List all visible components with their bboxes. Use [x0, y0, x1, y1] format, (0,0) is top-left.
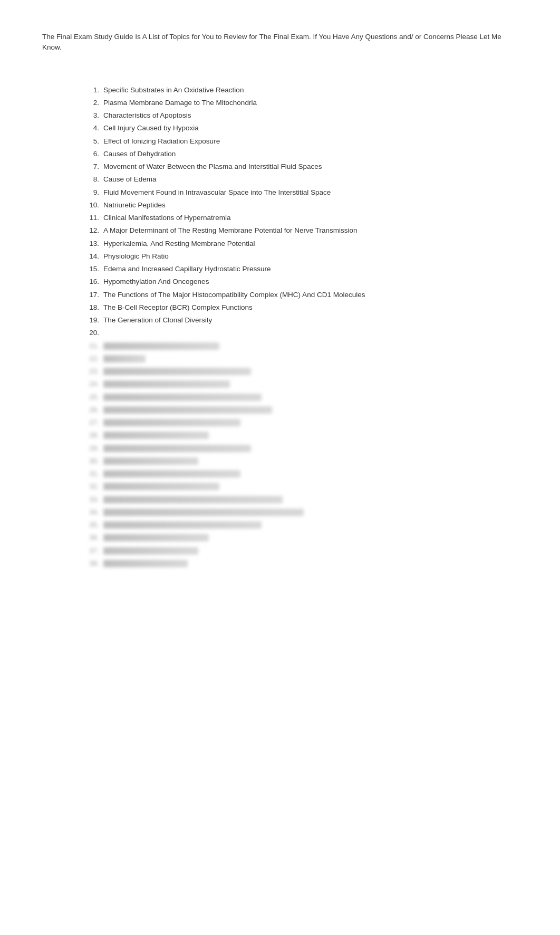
list-item: 16.Hypomethylation And Oncogenes — [84, 276, 518, 287]
blurred-text-bar — [103, 406, 272, 414]
list-item: 2.Plasma Membrane Damage to The Mitochon… — [84, 98, 518, 108]
list-item-blurred: 21. — [84, 341, 518, 351]
blurred-text-bar — [103, 419, 240, 426]
list-item-blurred: 32. — [84, 481, 518, 492]
list-item-text: Physiologic Ph Ratio — [103, 251, 518, 262]
list-item: 1.Specific Substrates in An Oxidative Re… — [84, 85, 518, 96]
list-item-number: 3. — [84, 110, 103, 121]
blurred-text-bar — [103, 534, 209, 541]
list-item-text: Effect of Ionizing Radiation Exposure — [103, 136, 518, 147]
list-item-number-blurred: 22. — [84, 354, 103, 364]
list-item-number-blurred: 37. — [84, 546, 103, 556]
list-item-text — [103, 328, 518, 338]
list-item-blurred: 23. — [84, 366, 518, 377]
list-item-text: The Functions of The Major Histocompatib… — [103, 290, 518, 300]
blurred-text-bar — [103, 470, 240, 478]
study-guide-list: 1.Specific Substrates in An Oxidative Re… — [84, 85, 518, 569]
intro-paragraph: The Final Exam Study Guide Is A List of … — [42, 32, 518, 53]
list-item-text: The Generation of Clonal Diversity — [103, 315, 518, 326]
list-item: 18.The B-Cell Receptor (BCR) Complex Fun… — [84, 302, 518, 313]
list-item-blurred: 31. — [84, 469, 518, 479]
list-item: 7.Movement of Water Between the Plasma a… — [84, 161, 518, 172]
list-item-number-blurred: 38. — [84, 558, 103, 569]
list-item: 4.Cell Injury Caused by Hypoxia — [84, 123, 518, 133]
list-item-number-blurred: 28. — [84, 430, 103, 441]
blurred-text-bar — [103, 521, 262, 529]
list-item-number-blurred: 31. — [84, 469, 103, 479]
list-item-number-blurred: 24. — [84, 379, 103, 389]
list-item-blurred: 30. — [84, 456, 518, 466]
list-item-text: Movement of Water Between the Plasma and… — [103, 161, 518, 172]
list-item-number: 2. — [84, 98, 103, 108]
blurred-text-bar — [103, 496, 283, 503]
list-item-number-blurred: 33. — [84, 494, 103, 505]
list-item: 19.The Generation of Clonal Diversity — [84, 315, 518, 326]
list-item-blurred: 36. — [84, 532, 518, 543]
list-item-blurred: 24. — [84, 379, 518, 389]
list-item-blurred: 22. — [84, 354, 518, 364]
blurred-text-bar — [103, 457, 198, 465]
list-item-blurred: 28. — [84, 430, 518, 441]
blurred-text-bar — [103, 432, 209, 439]
list-item-text: Hyperkalemia, And Resting Membrane Poten… — [103, 238, 518, 249]
list-item-number-blurred: 21. — [84, 341, 103, 351]
blurred-text-bar — [103, 560, 188, 567]
list-item-number: 5. — [84, 136, 103, 147]
list-item: 5.Effect of Ionizing Radiation Exposure — [84, 136, 518, 147]
list-item-blurred: 37. — [84, 546, 518, 556]
list-item-number: 9. — [84, 187, 103, 198]
list-item-text: Specific Substrates in An Oxidative Reac… — [103, 85, 518, 96]
list-item-text: The B-Cell Receptor (BCR) Complex Functi… — [103, 302, 518, 313]
list-item-number: 10. — [84, 200, 103, 211]
blurred-text-bar — [103, 445, 251, 452]
list-item-blurred: 33. — [84, 494, 518, 505]
list-item-number-blurred: 23. — [84, 366, 103, 377]
list-item-number-blurred: 29. — [84, 443, 103, 454]
list-item-number-blurred: 30. — [84, 456, 103, 466]
list-item-number: 7. — [84, 161, 103, 172]
list-item-number: 8. — [84, 174, 103, 185]
list-item-blurred: 27. — [84, 417, 518, 428]
list-item-text: Plasma Membrane Damage to The Mitochondr… — [103, 98, 518, 108]
list-item-text: Hypomethylation And Oncogenes — [103, 276, 518, 287]
list-item-blurred: 25. — [84, 392, 518, 403]
list-item: 14.Physiologic Ph Ratio — [84, 251, 518, 262]
list-item-text: Edema and Increased Capillary Hydrostati… — [103, 264, 518, 274]
list-item-number-blurred: 27. — [84, 417, 103, 428]
list-item-blurred: 38. — [84, 558, 518, 569]
list-item: 10.Natriuretic Peptides — [84, 200, 518, 211]
list-item: 17.The Functions of The Major Histocompa… — [84, 290, 518, 300]
blurred-text-bar — [103, 355, 146, 362]
list-item-blurred: 34. — [84, 507, 518, 518]
blurred-text-bar — [103, 368, 251, 375]
list-item-text: Cause of Edema — [103, 174, 518, 185]
list-item-number: 16. — [84, 276, 103, 287]
list-item: 12.A Major Determinant of The Resting Me… — [84, 225, 518, 236]
list-item-blurred: 29. — [84, 443, 518, 454]
list-item: 6.Causes of Dehydration — [84, 149, 518, 159]
list-item: 9.Fluid Movement Found in Intravascular … — [84, 187, 518, 198]
list-item-text: Cell Injury Caused by Hypoxia — [103, 123, 518, 133]
list-item-number-blurred: 26. — [84, 405, 103, 415]
blurred-text-bar — [103, 380, 230, 388]
list-item-number: 14. — [84, 251, 103, 262]
list-item-number-blurred: 32. — [84, 481, 103, 492]
list-item-number-blurred: 25. — [84, 392, 103, 403]
list-item: 13.Hyperkalemia, And Resting Membrane Po… — [84, 238, 518, 249]
list-item-text: Causes of Dehydration — [103, 149, 518, 159]
list-item-number: 12. — [84, 225, 103, 236]
list-item-number: 15. — [84, 264, 103, 274]
list-item-number-blurred: 36. — [84, 532, 103, 543]
list-item: 8.Cause of Edema — [84, 174, 518, 185]
list-item-blurred: 26. — [84, 405, 518, 415]
blurred-text-bar — [103, 509, 304, 516]
list-item-text: Natriuretic Peptides — [103, 200, 518, 211]
list-item-number: 1. — [84, 85, 103, 96]
list-item-number: 13. — [84, 238, 103, 249]
list-item-blurred: 35. — [84, 520, 518, 530]
list-item-text: Fluid Movement Found in Intravascular Sp… — [103, 187, 518, 198]
list-item-number: 11. — [84, 213, 103, 223]
list-item: 15.Edema and Increased Capillary Hydrost… — [84, 264, 518, 274]
list-item-number: 19. — [84, 315, 103, 326]
list-item-number: 4. — [84, 123, 103, 133]
